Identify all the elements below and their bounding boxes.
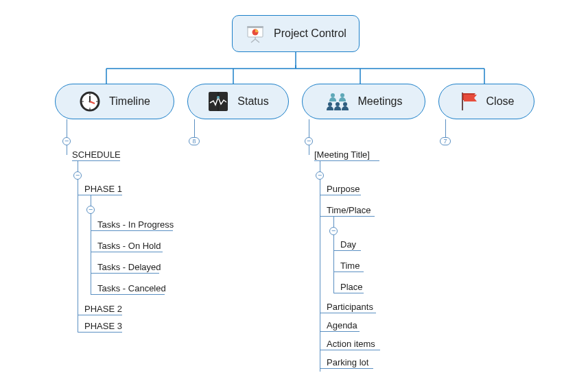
svg-line-4: [251, 39, 255, 43]
root-label: Project Control: [274, 27, 346, 40]
rule-place: [333, 293, 364, 293]
label-task-inprogress[interactable]: Tasks - In Progress: [97, 219, 174, 230]
svg-line-5: [255, 39, 259, 43]
node-close[interactable]: Close: [438, 84, 534, 119]
rule-meeting-title: [314, 160, 379, 161]
label-day[interactable]: Day: [340, 239, 356, 250]
rule-purpose: [320, 195, 361, 195]
svg-point-22: [343, 102, 347, 106]
timeline-label: Timeline: [109, 95, 150, 108]
label-purpose[interactable]: Purpose: [327, 184, 360, 194]
rule-task-inprogress: [91, 230, 173, 231]
rule-phase2: [78, 315, 122, 315]
badge-close[interactable]: 7: [440, 137, 451, 145]
flag-icon: [459, 91, 478, 112]
rule-time: [333, 272, 364, 272]
meetings-label: Meetings: [358, 95, 403, 108]
stem-status: [194, 119, 195, 138]
rule-task-onhold: [91, 252, 163, 252]
people-icon: [325, 91, 350, 112]
label-phase2[interactable]: PHASE 2: [84, 304, 122, 314]
v-meeting-title: [309, 145, 309, 155]
node-root[interactable]: Project Control: [232, 15, 360, 52]
status-label: Status: [237, 95, 268, 108]
label-parking-lot[interactable]: Parking lot: [327, 357, 368, 367]
rule-parking-lot: [320, 368, 373, 369]
rule-schedule: [72, 160, 120, 161]
rule-timeplace: [320, 216, 375, 217]
node-status[interactable]: Status: [187, 84, 289, 119]
toggle-meeting-title[interactable]: −: [316, 171, 324, 180]
label-timeplace[interactable]: Time/Place: [327, 205, 371, 215]
svg-point-17: [217, 96, 220, 99]
close-label: Close: [486, 95, 515, 108]
clock-icon: [79, 91, 101, 112]
label-participants[interactable]: Participants: [327, 302, 373, 312]
label-place[interactable]: Place: [340, 282, 363, 292]
toggle-timeline[interactable]: −: [62, 137, 71, 145]
label-schedule[interactable]: SCHEDULE: [72, 149, 121, 160]
label-task-onhold[interactable]: Tasks - On Hold: [97, 241, 161, 251]
label-phase1[interactable]: PHASE 1: [84, 184, 122, 194]
node-timeline[interactable]: Timeline: [55, 84, 174, 119]
label-agenda[interactable]: Agenda: [327, 320, 357, 330]
toggle-timeplace[interactable]: −: [329, 227, 338, 235]
node-meetings[interactable]: Meetings: [302, 84, 425, 119]
label-meeting-title[interactable]: [Meeting Title]: [314, 149, 370, 160]
v-phases: [78, 160, 78, 332]
svg-point-19: [340, 93, 344, 97]
rule-action-items: [320, 350, 380, 350]
stem-close: [445, 119, 446, 138]
v-schedule: [67, 145, 67, 155]
rule-agenda: [320, 331, 360, 332]
svg-rect-1: [247, 26, 263, 28]
rule-participants: [320, 313, 376, 313]
presentation-icon: [245, 23, 266, 44]
toggle-phase1[interactable]: −: [86, 206, 95, 214]
label-task-delayed[interactable]: Tasks - Delayed: [97, 262, 161, 272]
toggle-meetings[interactable]: −: [305, 137, 313, 145]
toggle-schedule[interactable]: −: [73, 171, 82, 180]
rule-task-delayed: [91, 273, 159, 274]
svg-point-20: [328, 102, 332, 106]
label-task-canceled[interactable]: Tasks - Canceled: [97, 283, 166, 293]
badge-status[interactable]: 8: [189, 137, 200, 145]
svg-point-21: [336, 102, 340, 106]
label-phase3[interactable]: PHASE 3: [84, 321, 122, 331]
label-action-items[interactable]: Action items: [327, 339, 375, 349]
v-meeting-children: [320, 160, 320, 372]
label-time[interactable]: Time: [340, 261, 360, 271]
rule-phase1: [78, 195, 122, 195]
rule-task-canceled: [91, 294, 165, 295]
heartbeat-icon: [207, 91, 229, 112]
rule-day: [333, 250, 361, 251]
svg-point-18: [331, 93, 335, 97]
rule-phase3: [78, 332, 122, 333]
